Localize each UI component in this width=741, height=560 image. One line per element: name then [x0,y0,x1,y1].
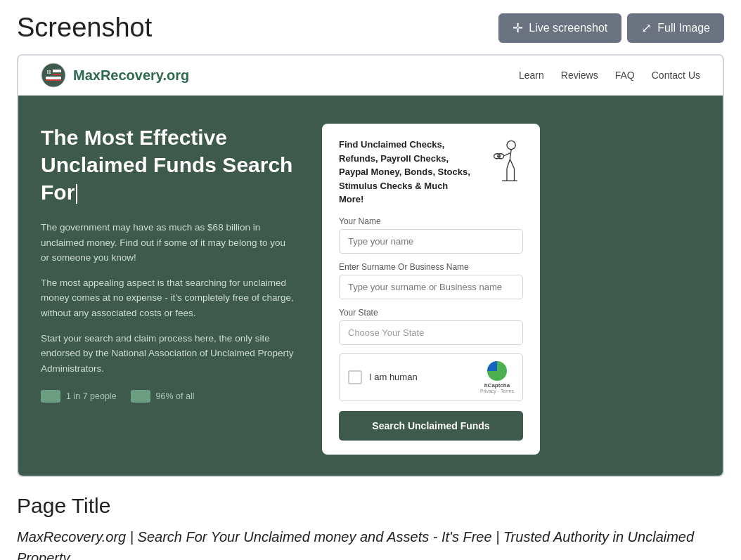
svg-rect-3 [46,77,61,79]
nav-link-learn[interactable]: Learn [519,70,544,81]
svg-point-10 [507,141,515,149]
surname-label: Enter Surname Or Business Name [339,262,523,272]
captcha-label: I am human [369,372,473,382]
hero-section: The Most Effective Unclaimed Funds Searc… [18,96,723,476]
header-buttons: ✛ Live screenshot ⤢ Full Image [498,13,724,43]
svg-line-13 [510,159,514,169]
card-description: Find Unclaimed Checks, Refunds, Payroll … [339,138,523,207]
search-unclaimed-funds-button[interactable]: Search Unclaimed Funds [339,411,523,441]
page-title-section: Page Title MaxRecovery.org | Search For … [0,477,741,561]
svg-point-6 [47,70,49,72]
site-logo: MaxRecovery.org [41,63,189,88]
logo-icon [41,63,66,88]
svg-line-12 [507,159,510,169]
svg-point-9 [49,72,51,74]
name-input[interactable] [339,229,523,254]
nav-link-reviews[interactable]: Reviews [561,70,598,81]
section-heading: Page Title [17,494,724,518]
state-select[interactable]: Choose Your State Alabama Alaska Arizona… [339,320,523,345]
state-label: Your State [339,308,523,318]
svg-line-11 [510,150,511,159]
captcha-logo: hCaptcha Privacy - Terms [480,361,514,393]
captcha-box[interactable]: I am human hCaptcha Privacy - Terms [339,353,523,401]
captcha-logo-circle [487,361,507,381]
svg-point-8 [47,72,49,74]
nav-link-faq[interactable]: FAQ [615,70,635,81]
screenshot-frame: MaxRecovery.org Learn Reviews FAQ Contac… [17,54,724,477]
card-illustration [481,138,523,191]
stat-icon-1 [41,390,60,403]
hero-form-card: Find Unclaimed Checks, Refunds, Payroll … [322,124,540,455]
stat-icon-2 [131,390,150,403]
svg-rect-5 [46,70,53,75]
hero-body-3: Start your search and claim process here… [41,331,294,377]
site-nav: MaxRecovery.org Learn Reviews FAQ Contac… [18,56,723,96]
page-title: Screenshot [17,13,152,43]
live-screenshot-icon: ✛ [513,20,523,36]
hero-left: The Most Effective Unclaimed Funds Searc… [41,124,294,403]
nav-link-contact[interactable]: Contact Us [652,70,700,81]
section-content: MaxRecovery.org | Search For Your Unclai… [17,526,724,561]
hero-title: The Most Effective Unclaimed Funds Searc… [41,124,294,206]
hero-body-2: The most appealing aspect is that search… [41,275,294,321]
hero-stats: 1 in 7 people 96% of all [41,390,294,403]
name-label: Your Name [339,216,523,226]
hero-body-1: The government may have as much as $68 b… [41,220,294,266]
svg-point-7 [49,70,51,72]
site-nav-links: Learn Reviews FAQ Contact Us [519,70,700,81]
stat-item-2: 96% of all [131,390,195,403]
cursor-blink [76,184,77,204]
live-screenshot-button[interactable]: ✛ Live screenshot [498,13,621,43]
page-header: Screenshot ✛ Live screenshot ⤢ Full Imag… [0,0,741,54]
person-illustration [481,138,523,187]
card-description-text: Find Unclaimed Checks, Refunds, Payroll … [339,138,472,207]
captcha-checkbox[interactable] [348,370,362,384]
full-image-button[interactable]: ⤢ Full Image [627,13,724,43]
svg-rect-4 [46,79,61,81]
stat-item-1: 1 in 7 people [41,390,117,403]
full-image-icon: ⤢ [641,20,652,36]
surname-input[interactable] [339,275,523,299]
